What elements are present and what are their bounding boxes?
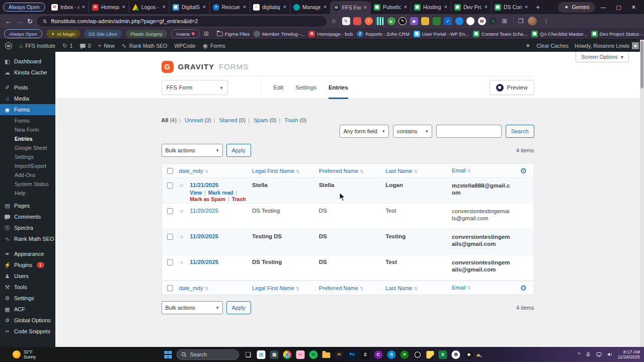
row-checkbox[interactable] <box>167 208 173 214</box>
sidebar-item-plugins[interactable]: ⚡ Plugins 1 <box>0 259 55 270</box>
bookmark-zoho-reports[interactable]: Z Reports - Zoho CRM <box>357 31 410 37</box>
leaf-extension-icon[interactable]: ∿ <box>489 17 497 25</box>
column-settings-gear-icon[interactable]: ⚙ <box>514 167 534 174</box>
entry-date-link[interactable]: 11/20/2025 <box>190 259 218 265</box>
close-tab-icon[interactable]: ✕ <box>363 5 367 10</box>
bookmark-group-asana[interactable]: Asana <box>171 29 200 38</box>
wordpress-logo-icon[interactable]: W <box>5 42 12 49</box>
close-window-button[interactable]: ✕ <box>626 4 641 11</box>
submenu-import-export[interactable]: Import/Export <box>0 161 55 170</box>
view-link[interactable]: View <box>190 190 202 196</box>
bookmark-member-timelog[interactable]: Member Timelog -... <box>254 31 304 37</box>
site-info-icon[interactable]: ⇅ <box>43 19 47 24</box>
adminbar-account[interactable]: Howdy, Roxanne Lewis ☻ <box>575 42 639 49</box>
spotify-icon[interactable]: ≋ <box>309 350 318 359</box>
bookmark-user-portal[interactable]: ▦ User Portal - WP En... <box>414 31 469 37</box>
maximize-button[interactable]: ▢ <box>611 4 626 11</box>
sidebar-item-acf[interactable]: ▦ ACF <box>0 304 55 315</box>
tab-homepage[interactable]: B Homepag ✕ <box>89 1 129 13</box>
taskbar-search[interactable]: Search <box>177 349 239 360</box>
bookmark-dev-project-status[interactable]: ▦ Dev Project Status -... <box>591 31 644 37</box>
tab-ds-content[interactable]: ▦ DS Conte ✕ <box>491 1 531 13</box>
column-date[interactable]: date_mdy⇅ <box>179 285 252 291</box>
row-checkbox[interactable] <box>167 234 173 240</box>
wand-extension-icon[interactable]: ✎ <box>342 17 350 25</box>
bulk-actions-select[interactable]: Bulk actions ▾ <box>162 301 223 314</box>
adminbar-comments[interactable]: 0 <box>80 43 91 49</box>
column-preferred-name[interactable]: Preferred Name⇅ <box>319 285 386 291</box>
z-app-icon[interactable]: Z <box>361 350 370 359</box>
filter-starred[interactable]: Starred <box>219 117 237 123</box>
star-icon[interactable]: ★ <box>179 208 190 215</box>
file-explorer-icon[interactable] <box>323 352 331 358</box>
plant-extension-icon[interactable] <box>433 17 441 25</box>
c-app-icon[interactable]: C <box>374 350 383 359</box>
submenu-system-status[interactable]: System Status <box>0 179 55 189</box>
entry-date-link[interactable]: 11/20/2025 <box>190 208 218 214</box>
chrome-active-app[interactable] <box>478 353 480 355</box>
sidebar-item-settings[interactable]: ⚙ Settings <box>0 293 55 304</box>
close-tab-icon[interactable]: ✕ <box>444 5 448 10</box>
extensions-puzzle-icon[interactable]: ⊞ <box>501 17 509 25</box>
adminbar-new[interactable]: + New <box>98 43 115 49</box>
search-button[interactable]: Search <box>506 125 534 138</box>
preview-button[interactable]: Preview <box>490 80 534 95</box>
check-extension-icon[interactable]: ✓ <box>444 17 452 25</box>
bookmark-homepage-bob[interactable]: B Homepage - bob <box>308 31 353 37</box>
bookmark-content-team[interactable]: ▦ Content Team Sche... <box>473 31 527 37</box>
close-tab-icon[interactable]: ✕ <box>524 5 528 10</box>
sidebar-item-forms[interactable]: ◉ Forms <box>0 104 55 115</box>
submenu-help[interactable]: Help <box>0 189 55 198</box>
close-tab-icon[interactable]: ✕ <box>202 5 206 10</box>
sparkles-icon[interactable]: ✦ <box>525 43 530 49</box>
calculator-icon[interactable]: ▦ <box>270 350 279 359</box>
close-tab-icon[interactable]: ✕ <box>82 5 86 10</box>
adminbar-updates[interactable]: ↻ 1 <box>62 43 73 49</box>
chatgpt-icon[interactable]: ✻ <box>452 350 460 359</box>
close-tab-icon[interactable]: ✕ <box>404 5 408 10</box>
close-tab-icon[interactable]: ✕ <box>283 5 287 10</box>
search-field-select[interactable]: Any form field ▾ <box>340 125 389 138</box>
bookmark-figma-files[interactable]: Figma Files <box>217 31 250 37</box>
speaker-icon[interactable] <box>607 351 613 357</box>
tab-settings[interactable]: Settings <box>295 76 316 99</box>
tab-group-always-open[interactable]: Always Open <box>3 3 45 12</box>
tab-managewp[interactable]: ManageW ✕ <box>290 1 330 13</box>
tab-logos[interactable]: Logos - ... ✕ <box>129 1 169 13</box>
column-email[interactable]: Email⇅ <box>452 284 514 292</box>
column-last-name[interactable]: Last Name⇅ <box>385 168 452 174</box>
submenu-add-ons[interactable]: Add-Ons <box>0 170 55 179</box>
address-bar[interactable]: ⇅ ffsinstitute.com/wp-admin/admin.php?pa… <box>37 16 327 27</box>
sidebar-item-rank-math-seo[interactable]: ∿ Rank Math SEO <box>0 233 55 244</box>
column-last-name[interactable]: Last Name⇅ <box>385 285 452 291</box>
audio-app-icon[interactable] <box>414 350 422 359</box>
close-tab-icon[interactable]: ✕ <box>243 5 247 10</box>
bookmark-group-ai-magic[interactable]: ✦ AI Magic <box>46 30 80 38</box>
mark-read-link[interactable]: Mark read <box>208 190 233 196</box>
close-tab-icon[interactable]: ✕ <box>484 5 488 10</box>
tab-rescuetime[interactable]: + RescueTi ✕ <box>209 1 250 13</box>
blue-extension-icon[interactable] <box>455 17 463 25</box>
select-all-checkbox[interactable] <box>167 168 173 174</box>
search-input[interactable] <box>436 125 502 138</box>
apply-button[interactable]: Apply <box>226 301 252 314</box>
tab-hosting[interactable]: ▦ Hosting & ✕ <box>411 1 451 13</box>
tab-ffs-form-active[interactable]: G FFS Form ✕ <box>330 1 370 14</box>
play-extension-icon[interactable]: ▶ <box>387 17 395 25</box>
submenu-forms[interactable]: Forms <box>0 116 55 125</box>
close-tab-icon[interactable]: ✕ <box>323 5 327 10</box>
submenu-settings[interactable]: Settings <box>0 152 55 161</box>
bars-extension-icon[interactable] <box>376 17 384 25</box>
apps-grid-icon[interactable]: ⊞ <box>204 30 209 37</box>
back-icon[interactable]: ← <box>5 18 12 25</box>
submenu-entries[interactable]: Entries <box>0 134 55 143</box>
column-settings-gear-icon[interactable]: ⚙ <box>514 284 534 292</box>
xbox-icon[interactable]: ✕ <box>400 350 409 359</box>
weather-widget[interactable]: 32°F Sunny <box>13 349 36 359</box>
entry-date-link[interactable]: 11/21/2025 <box>190 182 218 188</box>
task-view-icon[interactable]: ❏ <box>244 350 253 359</box>
folder-extension-icon[interactable] <box>421 17 429 25</box>
sticky-notes-icon[interactable] <box>427 351 434 358</box>
sidebar-item-users[interactable]: ♟ Users <box>0 270 55 282</box>
new-tab-button[interactable]: + <box>531 3 544 11</box>
